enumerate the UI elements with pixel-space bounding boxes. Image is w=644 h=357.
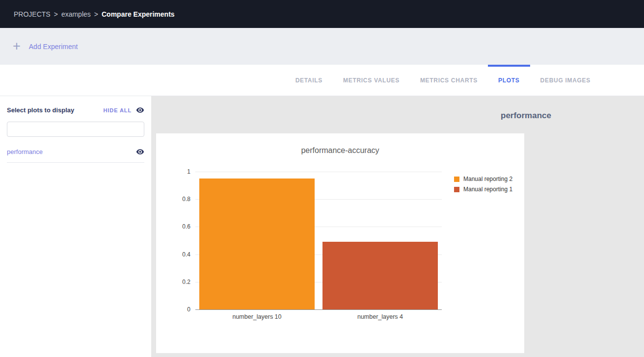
breadcrumb-examples[interactable]: examples — [61, 10, 91, 18]
eye-icon — [136, 106, 144, 114]
hide-all-button[interactable]: HIDE ALL — [103, 106, 144, 114]
add-experiment-bar: + Add Experiment — [0, 28, 644, 65]
legend-label: Manual reporting 1 — [463, 186, 512, 193]
legend-item[interactable]: Manual reporting 2 — [454, 176, 512, 182]
plot-filter-input[interactable] — [7, 122, 144, 137]
legend-swatch — [454, 187, 459, 192]
main-area: Select plots to display HIDE ALL perform… — [0, 96, 644, 357]
top-navbar: PROJECTS > examples > Compare Experiment… — [0, 0, 644, 28]
plot-area[interactable]: 00.20.40.60.81number_layers 10number_lay… — [195, 172, 442, 309]
sidebar-header: Select plots to display HIDE ALL — [7, 106, 144, 114]
chart-legend: Manual reporting 2Manual reporting 1 — [454, 176, 512, 196]
plots-sidebar: Select plots to display HIDE ALL perform… — [0, 96, 151, 357]
breadcrumb-separator: > — [54, 10, 58, 18]
tab-metrics-values[interactable]: METRICS VALUES — [333, 65, 410, 96]
tab-metrics-charts[interactable]: METRICS CHARTS — [410, 65, 488, 96]
bar-number_layers-4[interactable] — [322, 242, 438, 309]
breadcrumb-projects[interactable]: PROJECTS — [14, 10, 51, 18]
chart-card: performance-accuracy 00.20.40.60.81numbe… — [156, 133, 524, 353]
gridline — [195, 172, 442, 172]
y-axis-tick-label: 0 — [168, 306, 190, 313]
legend-label: Manual reporting 2 — [463, 176, 512, 182]
breadcrumb-current-page: Compare Experiments — [102, 10, 175, 18]
y-axis-tick-label: 0.4 — [168, 251, 190, 258]
gridline — [195, 309, 442, 310]
plot-item-label: performance — [7, 148, 136, 155]
eye-icon[interactable] — [136, 148, 144, 156]
x-axis-tick-label: number_layers 4 — [357, 313, 403, 320]
chart-title: performance-accuracy — [156, 133, 524, 155]
y-axis-tick-label: 0.6 — [168, 223, 190, 230]
plots-content: performance performance-accuracy 00.20.4… — [151, 96, 644, 357]
x-axis-tick-label: number_layers 10 — [232, 313, 281, 320]
y-axis-tick-label: 0.8 — [168, 196, 190, 203]
hide-all-label: HIDE ALL — [103, 107, 132, 113]
plus-icon: + — [13, 40, 21, 53]
tab-plots[interactable]: PLOTS — [488, 65, 530, 96]
tab-debug-images[interactable]: DEBUG IMAGES — [530, 65, 601, 96]
sidebar-title: Select plots to display — [7, 106, 103, 114]
breadcrumb-separator: > — [94, 10, 98, 18]
tab-bar: DETAILS METRICS VALUES METRICS CHARTS PL… — [0, 65, 644, 96]
bar-number_layers-10[interactable] — [199, 178, 315, 309]
tab-details[interactable]: DETAILS — [285, 65, 333, 96]
plot-section-title: performance — [501, 111, 551, 121]
plot-list-item-performance[interactable]: performance — [7, 148, 144, 163]
legend-item[interactable]: Manual reporting 1 — [454, 186, 512, 193]
y-axis-tick-label: 1 — [168, 168, 190, 175]
y-axis-tick-label: 0.2 — [168, 279, 190, 285]
add-experiment-label: Add Experiment — [29, 43, 78, 51]
add-experiment-button[interactable]: + Add Experiment — [13, 40, 78, 53]
legend-swatch — [454, 177, 459, 182]
